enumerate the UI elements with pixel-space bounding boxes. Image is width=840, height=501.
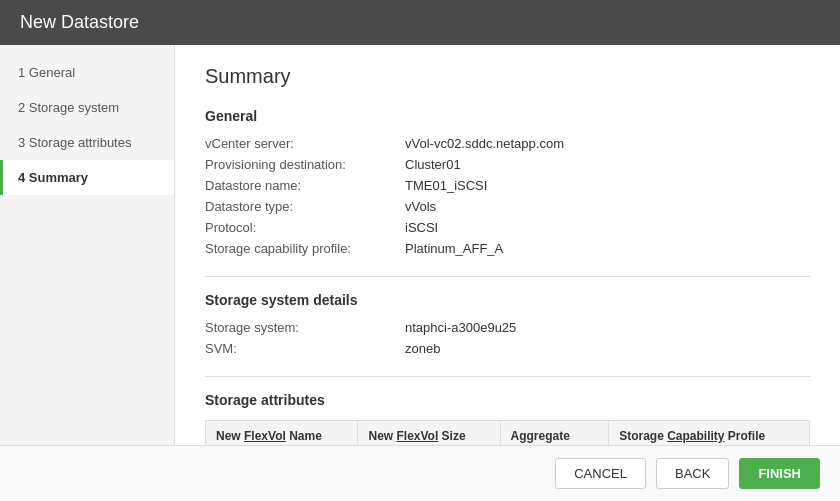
general-info-table: vCenter server: vVol-vc02.sddc.netapp.co… [205, 136, 810, 256]
sidebar-item-general[interactable]: 1 General [0, 55, 174, 90]
info-row: SVM: zoneb [205, 341, 810, 356]
provisioning-value: Cluster01 [405, 157, 461, 172]
finish-button[interactable]: FINISH [739, 458, 820, 489]
info-row: Storage system: ntaphci-a300e9u25 [205, 320, 810, 335]
storage-system-value: ntaphci-a300e9u25 [405, 320, 516, 335]
sidebar-item-storage-system-label: 2 Storage system [18, 100, 119, 115]
svm-value: zoneb [405, 341, 440, 356]
sidebar: 1 General 2 Storage system 3 Storage att… [0, 45, 175, 445]
info-row: Protocol: iSCSI [205, 220, 810, 235]
info-row: Storage capability profile: Platinum_AFF… [205, 241, 810, 256]
info-row: Provisioning destination: Cluster01 [205, 157, 810, 172]
back-button[interactable]: BACK [656, 458, 729, 489]
sidebar-item-general-label: 1 General [18, 65, 75, 80]
cancel-button[interactable]: CANCEL [555, 458, 646, 489]
col-flexvol-size: New FlexVol Size [358, 421, 500, 446]
info-row: vCenter server: vVol-vc02.sddc.netapp.co… [205, 136, 810, 151]
datastore-name-label: Datastore name: [205, 178, 405, 193]
general-section-title: General [205, 108, 810, 124]
sidebar-item-storage-attributes-label: 3 Storage attributes [18, 135, 131, 150]
sidebar-item-summary-label: 4 Summary [18, 170, 88, 185]
sidebar-item-summary[interactable]: 4 Summary [0, 160, 174, 195]
provisioning-label: Provisioning destination: [205, 157, 405, 172]
scp-value: Platinum_AFF_A [405, 241, 503, 256]
col-capability-profile: Storage Capability Profile [609, 421, 810, 446]
storage-attributes-section-title: Storage attributes [205, 392, 810, 408]
main-content: Summary General vCenter server: vVol-vc0… [175, 45, 840, 445]
vcenter-label: vCenter server: [205, 136, 405, 151]
info-row: Datastore type: vVols [205, 199, 810, 214]
col-flexvol-name: New FlexVol Name [206, 421, 358, 446]
dialog-footer: CANCEL BACK FINISH [0, 445, 840, 501]
datastore-type-value: vVols [405, 199, 436, 214]
storage-system-label: Storage system: [205, 320, 405, 335]
svm-label: SVM: [205, 341, 405, 356]
table-header-row: New FlexVol Name New FlexVol Size Aggreg… [206, 421, 810, 446]
vcenter-value: vVol-vc02.sddc.netapp.com [405, 136, 564, 151]
protocol-value: iSCSI [405, 220, 438, 235]
dialog-title: New Datastore [20, 12, 139, 32]
scp-label: Storage capability profile: [205, 241, 405, 256]
datastore-name-value: TME01_iSCSI [405, 178, 487, 193]
page-title: Summary [205, 65, 810, 88]
storage-system-section-title: Storage system details [205, 292, 810, 308]
storage-attributes-table: New FlexVol Name New FlexVol Size Aggreg… [205, 420, 810, 445]
info-row: Datastore name: TME01_iSCSI [205, 178, 810, 193]
section-divider [205, 376, 810, 377]
storage-system-info-table: Storage system: ntaphci-a300e9u25 SVM: z… [205, 320, 810, 356]
col-aggregate: Aggregate [500, 421, 609, 446]
section-divider [205, 276, 810, 277]
sidebar-item-storage-system[interactable]: 2 Storage system [0, 90, 174, 125]
protocol-label: Protocol: [205, 220, 405, 235]
datastore-type-label: Datastore type: [205, 199, 405, 214]
sidebar-item-storage-attributes[interactable]: 3 Storage attributes [0, 125, 174, 160]
new-datastore-dialog: New Datastore 1 General 2 Storage system… [0, 0, 840, 501]
dialog-header: New Datastore [0, 0, 840, 45]
dialog-body: 1 General 2 Storage system 3 Storage att… [0, 45, 840, 445]
